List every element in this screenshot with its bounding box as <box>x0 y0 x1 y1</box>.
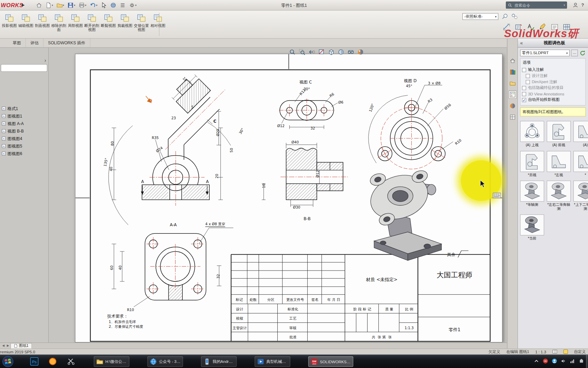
auto-balloon-icon[interactable] <box>511 13 518 20</box>
view-thumbnail[interactable]: *当前 <box>520 214 544 241</box>
menu-expand-arrow[interactable]: ▶ <box>22 3 24 7</box>
graphics-area[interactable]: D523CØ20R358030°50Ø24135°40AA2010视图 C30°… <box>49 48 507 342</box>
tree-item[interactable]: 图视图6 <box>0 150 48 157</box>
zoom-area-icon[interactable] <box>298 48 306 56</box>
tray-expand-icon[interactable] <box>534 358 539 364</box>
note-icon[interactable] <box>551 23 559 31</box>
view-thumbnail[interactable]: (A) 上视 <box>520 121 544 147</box>
checkbox[interactable] <box>526 74 530 78</box>
collapse-panel-button[interactable]: « <box>520 40 523 46</box>
model-items-icon[interactable] <box>514 23 523 31</box>
taskbar-app[interactable]: 典型机械零部件... <box>255 356 290 367</box>
sheet-nav-left-icon[interactable]: ◀ <box>1 344 5 347</box>
option-row[interactable]: 输入注解 <box>522 67 584 73</box>
checkbox[interactable]: ✓ <box>522 98 526 102</box>
taskbar-app[interactable]: H:\微信公众号\1... <box>94 356 130 367</box>
ribbon-button[interactable]: 局部视图 <box>67 12 83 36</box>
tree-item[interactable]: 图视图5 <box>0 142 48 150</box>
view-orientation-icon[interactable] <box>328 48 335 56</box>
taskbar-app[interactable]: SW2019SOLIDWORKS P... <box>308 356 353 367</box>
hide-items-icon[interactable] <box>347 48 354 56</box>
balloon-icon[interactable] <box>501 13 508 20</box>
search-dropdown-arrow[interactable]: ▾ <box>564 3 565 7</box>
quick-tips-icon[interactable] <box>563 349 568 354</box>
appearance-icon[interactable] <box>357 48 364 56</box>
tables-icon[interactable] <box>562 23 571 31</box>
file-explorer-icon[interactable] <box>508 79 517 88</box>
display-pane-icon[interactable] <box>552 349 557 354</box>
firefox-icon[interactable] <box>48 357 57 366</box>
undo-icon[interactable]: ▾ <box>89 2 97 9</box>
open-folder-icon[interactable]: ▾ <box>56 2 64 9</box>
browse-button[interactable]: … <box>571 49 578 56</box>
drawing-sheet[interactable]: D523CØ20R358030°50Ø24135°40AA2010视图 C30°… <box>75 54 502 342</box>
security-icon[interactable] <box>543 358 549 364</box>
section-view-icon[interactable] <box>318 48 325 56</box>
command-search-input[interactable] <box>514 2 562 7</box>
tab-1[interactable]: 评估 <box>26 39 44 47</box>
gear-icon[interactable]: ▾ <box>129 2 137 9</box>
zoom-fit-icon[interactable] <box>289 48 296 56</box>
view-thumbnail[interactable]: (A) <box>573 121 588 147</box>
refresh-icon[interactable] <box>579 50 586 56</box>
checkbox[interactable] <box>522 86 526 90</box>
ribbon-button[interactable]: 投影视图 <box>1 12 17 36</box>
tree-item[interactable]: 图视图4 <box>0 135 48 142</box>
standard-combo[interactable]: -依照标准- ▾ <box>462 13 499 20</box>
checkbox[interactable] <box>522 92 526 96</box>
tree-item[interactable]: 视图 B-B <box>0 127 48 135</box>
view-thumbnail[interactable]: *左右二等角轴测 <box>547 181 571 211</box>
print-icon[interactable]: ▾ <box>79 2 86 9</box>
option-row[interactable]: 3D View Annotations <box>522 91 584 97</box>
home-icon[interactable] <box>36 2 42 9</box>
new-document-icon[interactable]: ▾ <box>45 2 53 9</box>
status-custom[interactable]: 自定义 <box>574 349 586 354</box>
tree-item[interactable]: 图视图1 <box>0 112 48 120</box>
sheet-tab-active[interactable]: 图纸1 <box>11 343 32 348</box>
smart-dimension-icon[interactable] <box>503 23 511 31</box>
save-icon[interactable]: ▾ <box>67 2 75 9</box>
ribbon-button[interactable]: 断裂视图 <box>100 12 116 36</box>
taskbar-app[interactable]: 公众号 - 360极速... <box>147 356 183 367</box>
ribbon-button[interactable]: 剖面视图 <box>34 12 50 36</box>
sheet-nav-right-icon[interactable]: ▶ <box>6 344 10 347</box>
part-file-combo[interactable]: 零件1.SLDPRT ▾ <box>520 49 570 56</box>
ribbon-button[interactable]: 剪裁视图 <box>117 12 133 36</box>
format-painter-icon[interactable] <box>539 23 547 31</box>
view-thumbnail[interactable]: *等轴测 <box>520 181 544 211</box>
ribbon-button[interactable]: 相对视图 <box>150 12 166 36</box>
sphere-icon[interactable] <box>110 2 116 9</box>
list-icon[interactable] <box>119 2 126 9</box>
display-style-icon[interactable] <box>338 48 345 56</box>
login-user-icon[interactable] <box>573 2 578 8</box>
usb-icon[interactable] <box>578 358 584 364</box>
tab-0[interactable]: 草图 <box>8 39 26 47</box>
design-library-icon[interactable] <box>508 68 517 76</box>
spell-checker-icon[interactable] <box>526 23 535 31</box>
status-scale[interactable]: 1 : 1.3 <box>535 349 546 354</box>
checkbox[interactable] <box>522 68 526 72</box>
option-row[interactable]: DimXpert 注解 <box>522 79 584 85</box>
select-arrow-icon[interactable] <box>101 2 107 9</box>
ribbon-button[interactable]: 辅助视图 <box>18 12 34 36</box>
option-row[interactable]: 包括隐藏特征的项目 <box>522 85 584 91</box>
view-thumbnail[interactable]: *上下二等角轴测 <box>573 181 588 211</box>
scissors-icon[interactable] <box>67 357 75 366</box>
option-row[interactable]: ✓自动开始投影视图 <box>522 97 584 103</box>
view-thumbnail[interactable]: * <box>573 151 588 177</box>
tree-item[interactable]: 视图 A-A <box>0 120 48 127</box>
view-thumbnail[interactable]: *左视 <box>547 151 571 177</box>
taskbar-app[interactable]: 我的Android手机 <box>201 356 237 367</box>
search-box[interactable]: ▾ <box>506 1 567 9</box>
checkbox[interactable] <box>526 80 530 84</box>
im-icon[interactable] <box>552 358 557 364</box>
solidworks-resources-icon[interactable] <box>508 57 517 65</box>
start-button[interactable] <box>2 356 14 367</box>
ribbon-button[interactable]: 交替位置视图 <box>133 12 149 36</box>
view-thumbnail[interactable]: *后视 <box>520 151 544 177</box>
view-thumbnail[interactable]: (A) 前视 <box>547 121 571 147</box>
volume-icon[interactable] <box>561 358 567 364</box>
network-icon[interactable] <box>570 358 575 364</box>
previous-view-icon[interactable] <box>308 48 315 56</box>
help-icon[interactable]: ? <box>581 2 584 7</box>
